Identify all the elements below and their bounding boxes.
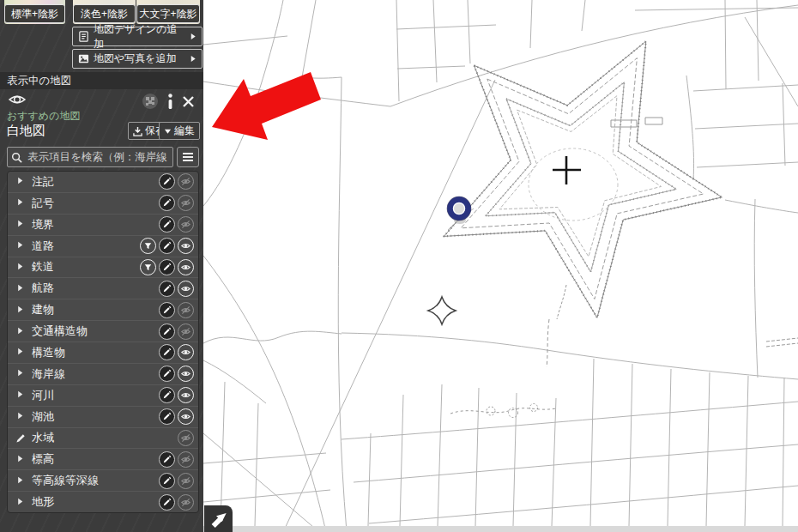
caret-right-icon: [15, 390, 25, 399]
layer-label: 河川: [32, 388, 154, 403]
layer-row-5[interactable]: 航路: [8, 278, 198, 299]
layer-row-0[interactable]: 注記: [8, 172, 198, 193]
caret-right-icon: [190, 55, 196, 63]
eye-off-icon[interactable]: [178, 451, 194, 468]
map-marker[interactable]: [448, 197, 471, 225]
style-button-label: 大文字+陰影: [136, 4, 200, 23]
map-area[interactable]: [203, 0, 798, 532]
layer-row-9[interactable]: 海岸線: [8, 364, 198, 385]
pencil-icon[interactable]: [159, 302, 175, 318]
caret-right-icon: [15, 497, 25, 506]
layer-label: 交通構造物: [32, 323, 154, 339]
layer-row-11[interactable]: 湖池: [8, 407, 198, 428]
document-icon: [78, 31, 89, 42]
caret-right-icon: [15, 283, 25, 293]
map-visibility-eye-icon[interactable]: [8, 93, 27, 106]
layer-row-15[interactable]: 地形: [8, 492, 198, 512]
layer-label: 水域: [32, 430, 172, 445]
layer-search-box[interactable]: [7, 147, 173, 167]
pencil-icon[interactable]: [159, 494, 175, 511]
eye-icon[interactable]: [178, 238, 194, 254]
map-crosshair-icon: [553, 156, 581, 184]
style-button-pale-shade[interactable]: 淡色+陰影: [73, 0, 136, 24]
opacity-checker-icon[interactable]: [142, 93, 159, 110]
edit-button-label: 編集: [174, 124, 195, 138]
search-icon: [11, 152, 22, 163]
layer-row-1[interactable]: 記号: [8, 193, 198, 215]
layer-row-10[interactable]: 河川: [8, 385, 198, 407]
pencil-icon[interactable]: [159, 216, 175, 233]
layer-label: 鉄道: [32, 259, 135, 275]
pencil-icon[interactable]: [159, 387, 175, 403]
add-map-photo-button[interactable]: 地図や写真を追加: [72, 49, 203, 69]
eye-off-icon[interactable]: [178, 216, 194, 233]
list-menu-button[interactable]: [177, 147, 199, 167]
eye-icon[interactable]: [178, 408, 194, 425]
pencil-icon[interactable]: [159, 323, 175, 340]
caret-right-icon: [190, 33, 196, 40]
caret-right-icon: [15, 305, 25, 314]
eye-icon[interactable]: [178, 259, 194, 275]
search-input[interactable]: [26, 150, 169, 164]
eye-icon[interactable]: [178, 366, 194, 382]
eye-icon[interactable]: [178, 344, 194, 360]
layer-label: 海岸線: [32, 366, 154, 382]
eye-icon[interactable]: [178, 387, 194, 403]
eye-off-icon[interactable]: [178, 195, 194, 211]
pencil-icon[interactable]: [159, 366, 175, 382]
layer-row-4[interactable]: 鉄道: [8, 257, 198, 279]
layer-row-13[interactable]: 標高: [8, 449, 198, 470]
info-icon[interactable]: [167, 94, 173, 109]
style-button-bigtext-shade[interactable]: 大文字+陰影: [136, 0, 200, 24]
eye-off-icon[interactable]: [178, 173, 194, 190]
caret-right-icon: [15, 326, 25, 336]
eye-icon[interactable]: [178, 281, 194, 297]
add-map-photo-label: 地図や写真を追加: [94, 51, 177, 66]
layer-label: 構造物: [32, 345, 154, 360]
pencil-icon[interactable]: [159, 451, 175, 468]
current-map-name: 白地図: [7, 123, 45, 139]
edit-button[interactable]: 編集: [159, 122, 200, 140]
caret-down-icon: [164, 128, 172, 135]
funnel-icon[interactable]: [140, 259, 156, 275]
style-button-standard-shade[interactable]: 標準+陰影: [4, 0, 65, 24]
caret-right-icon: [15, 197, 25, 207]
layer-row-7[interactable]: 交通構造物: [8, 321, 198, 342]
layer-row-12[interactable]: 水域: [8, 428, 198, 450]
pencil-icon[interactable]: [159, 238, 175, 254]
pencil-icon[interactable]: [159, 408, 175, 425]
eye-off-icon[interactable]: [178, 473, 194, 489]
layer-row-6[interactable]: 建物: [8, 299, 198, 321]
layer-row-2[interactable]: 境界: [8, 215, 198, 236]
funnel-icon[interactable]: [140, 238, 156, 254]
star-fort: [444, 41, 722, 317]
pencil-icon[interactable]: [159, 281, 175, 297]
layer-row-3[interactable]: 道路: [8, 236, 198, 257]
layer-label: 標高: [32, 451, 154, 467]
pencil-icon[interactable]: [159, 195, 175, 211]
map-canvas[interactable]: [203, 0, 798, 532]
pencil-icon[interactable]: [159, 173, 175, 190]
caret-right-icon: [15, 368, 25, 378]
sidebar-expand-button[interactable]: [204, 505, 233, 532]
add-map-design-label: 地図デザインの追加: [94, 22, 181, 51]
close-icon[interactable]: [182, 95, 195, 108]
eye-off-icon[interactable]: [178, 323, 194, 340]
layer-row-8[interactable]: 構造物: [8, 342, 198, 364]
layer-label: 地形: [32, 494, 154, 510]
layer-label: 境界: [32, 217, 154, 233]
caret-right-icon: [15, 262, 25, 271]
style-button-label: 淡色+陰影: [73, 4, 136, 23]
eye-off-icon[interactable]: [178, 494, 194, 511]
pencil-icon[interactable]: [159, 473, 175, 489]
eye-off-icon[interactable]: [178, 302, 194, 318]
caret-right-icon: [15, 219, 25, 228]
eye-off-icon[interactable]: [178, 430, 194, 446]
pencil-icon[interactable]: [159, 259, 175, 275]
caret-right-icon: [15, 411, 25, 420]
layer-row-14[interactable]: 等高線等深線: [8, 470, 198, 492]
map-bottom-strip: [203, 526, 798, 532]
pencil-icon[interactable]: [159, 344, 175, 360]
image-icon: [78, 53, 89, 64]
add-map-design-button[interactable]: 地図デザインの追加: [72, 27, 203, 46]
